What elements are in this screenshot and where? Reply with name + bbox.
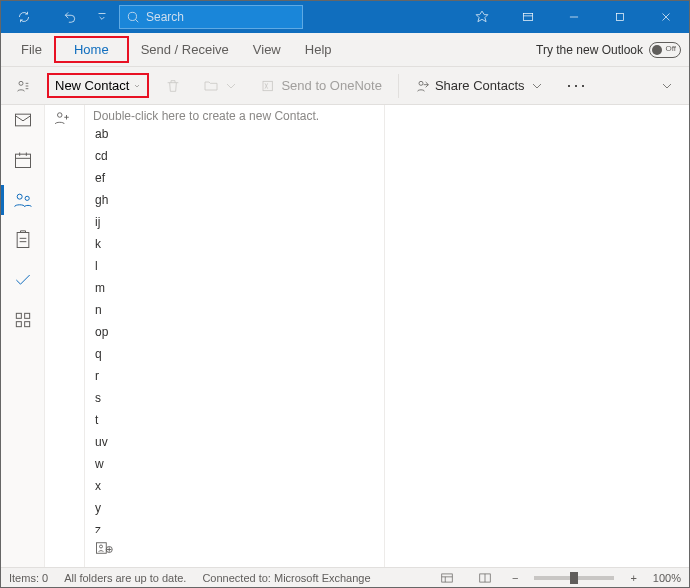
maximize-icon[interactable] [597, 1, 643, 33]
index-ab[interactable]: ab [85, 123, 384, 145]
svg-rect-7 [15, 154, 30, 167]
tab-home[interactable]: Home [54, 36, 129, 63]
nav-bar [1, 105, 45, 567]
try-new-label: Try the new Outlook [536, 43, 643, 57]
svg-rect-12 [24, 313, 29, 318]
svg-point-8 [17, 194, 22, 199]
items-count: Items: 0 [9, 572, 48, 584]
index-m[interactable]: m [85, 277, 384, 299]
contact-view-icon[interactable] [9, 74, 37, 98]
index-k[interactable]: k [85, 233, 384, 255]
index-s[interactable]: s [85, 387, 384, 409]
ribbon: New Contact Send to OneNote Share Contac… [1, 67, 689, 105]
move-button[interactable] [197, 74, 245, 98]
content: Double-click here to create a new Contac… [45, 105, 689, 567]
sync-status: All folders are up to date. [64, 572, 186, 584]
preview-pane [385, 105, 689, 567]
main-area: Double-click here to create a new Contac… [1, 105, 689, 567]
send-onenote-label: Send to OneNote [281, 78, 381, 93]
sync-icon[interactable] [1, 1, 47, 33]
svg-point-0 [128, 12, 136, 20]
zoom-level: 100% [653, 572, 681, 584]
calendar-nav-icon[interactable] [12, 149, 34, 171]
index-x[interactable]: x [85, 475, 384, 497]
share-contacts-button[interactable]: Share Contacts [409, 74, 551, 98]
svg-rect-13 [16, 322, 21, 327]
svg-rect-11 [16, 313, 21, 318]
alpha-index: abcdefghijklmnopqrstuvwxyz [85, 123, 384, 533]
zoom-slider[interactable] [534, 576, 614, 580]
empty-hint[interactable]: Double-click here to create a new Contac… [85, 105, 384, 123]
undo-icon[interactable] [47, 1, 93, 33]
tab-view[interactable]: View [241, 36, 293, 63]
svg-point-9 [25, 196, 29, 200]
people-nav-icon[interactable] [12, 189, 34, 211]
svg-rect-2 [617, 14, 624, 21]
minimize-icon[interactable] [551, 1, 597, 33]
svg-rect-6 [15, 114, 30, 126]
search-box[interactable] [119, 5, 303, 29]
qat-dropdown-icon[interactable] [93, 1, 111, 33]
index-op[interactable]: op [85, 321, 384, 343]
index-l[interactable]: l [85, 255, 384, 277]
zoom-in-icon[interactable]: + [630, 572, 636, 584]
index-t[interactable]: t [85, 409, 384, 431]
tab-bar: File Home Send / Receive View Help Try t… [1, 33, 689, 67]
index-n[interactable]: n [85, 299, 384, 321]
add-contact-icon[interactable] [53, 109, 71, 131]
collapse-ribbon-icon[interactable] [653, 74, 681, 98]
index-r[interactable]: r [85, 365, 384, 387]
svg-rect-10 [17, 233, 29, 248]
try-new-outlook[interactable]: Try the new Outlook Off [536, 42, 681, 58]
mail-nav-icon[interactable] [12, 109, 34, 131]
chevron-down-icon [529, 78, 545, 94]
index-q[interactable]: q [85, 343, 384, 365]
contact-list-pane: Double-click here to create a new Contac… [85, 105, 385, 567]
send-to-onenote-button[interactable]: Send to OneNote [255, 74, 387, 98]
index-cd[interactable]: cd [85, 145, 384, 167]
new-contact-button[interactable]: New Contact [47, 73, 149, 98]
search-input[interactable] [146, 10, 296, 24]
tab-send-receive[interactable]: Send / Receive [129, 36, 241, 63]
apps-nav-icon[interactable] [12, 309, 34, 331]
toggle-off-label: Off [665, 44, 676, 53]
search-icon [126, 10, 140, 24]
connection-status: Connected to: Microsoft Exchange [202, 572, 370, 584]
new-contact-label: New Contact [55, 78, 129, 93]
index-y[interactable]: y [85, 497, 384, 519]
chevron-down-icon [223, 78, 239, 94]
svg-point-3 [19, 81, 23, 85]
title-bar [1, 1, 689, 33]
normal-view-icon[interactable] [436, 570, 458, 586]
svg-point-15 [58, 113, 63, 118]
svg-point-5 [419, 81, 423, 85]
svg-rect-19 [442, 573, 453, 581]
close-icon[interactable] [643, 1, 689, 33]
index-uv[interactable]: uv [85, 431, 384, 453]
zoom-out-icon[interactable]: − [512, 572, 518, 584]
delete-button[interactable] [159, 74, 187, 98]
ribbon-display-icon[interactable] [505, 1, 551, 33]
svg-rect-1 [523, 14, 532, 21]
org-contact-icon[interactable] [85, 533, 384, 567]
more-commands-button[interactable]: ··· [561, 71, 594, 100]
index-gh[interactable]: gh [85, 189, 384, 211]
share-contacts-label: Share Contacts [435, 78, 525, 93]
svg-point-17 [100, 545, 103, 548]
svg-rect-4 [263, 81, 272, 90]
chevron-down-icon [133, 82, 141, 90]
tab-file[interactable]: File [9, 36, 54, 63]
reading-view-icon[interactable] [474, 570, 496, 586]
tab-help[interactable]: Help [293, 36, 344, 63]
tasks-nav-icon[interactable] [12, 229, 34, 251]
svg-rect-14 [24, 322, 29, 327]
status-bar: Items: 0 All folders are up to date. Con… [1, 567, 689, 587]
address-book-pane [45, 105, 85, 567]
todo-nav-icon[interactable] [12, 269, 34, 291]
index-ef[interactable]: ef [85, 167, 384, 189]
try-new-toggle[interactable]: Off [649, 42, 681, 58]
index-w[interactable]: w [85, 453, 384, 475]
index-ij[interactable]: ij [85, 211, 384, 233]
premium-icon[interactable] [459, 1, 505, 33]
index-z[interactable]: z [85, 519, 384, 533]
